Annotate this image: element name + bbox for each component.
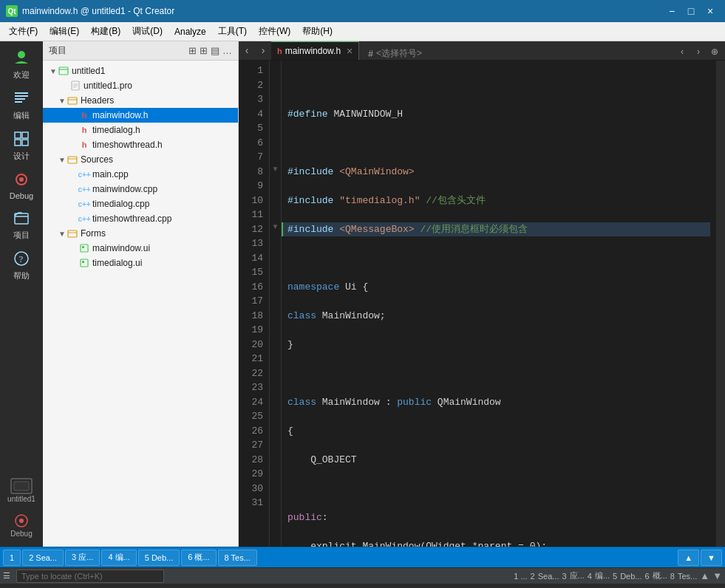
h-file-icon2: h (78, 125, 90, 135)
bottom-btn-4[interactable]: 4 编... (101, 550, 136, 566)
close-button[interactable]: × (701, 4, 719, 18)
code-content[interactable]: #define MAINWINDOW_H #include <QMainWind… (282, 61, 716, 547)
tree-mainwindow-h[interactable]: ▶ h mainwindow.h (43, 108, 238, 123)
bottom-btn-5[interactable]: 5 Deb... (138, 550, 180, 566)
tree-timedialog-cpp[interactable]: ▶ c++ timedialog.cpp (43, 196, 238, 211)
menu-help[interactable]: 帮助(H) (296, 24, 338, 39)
tab-extra-buttons: ‹ › ⊕ (672, 44, 725, 60)
bottom-btn-3[interactable]: 3 应... (65, 550, 100, 566)
status-2: 2 (531, 572, 535, 581)
bottom-btn-8[interactable]: 8 Tes... (218, 550, 257, 566)
tab-bar: ‹ › h mainwindow.h × # <选择符号> ‹ › ⊕ (239, 41, 725, 61)
tree-timedialog-h[interactable]: ▶ h timedialog.h (43, 123, 238, 137)
mainwindow-h-label: mainwindow.h (92, 110, 148, 120)
sidebar-item-welcome[interactable]: 欢迎 (1, 44, 41, 83)
status-gai: 概... (653, 570, 667, 581)
tab-extra-btn-1[interactable]: ‹ (675, 44, 690, 60)
forms-group-icon (67, 228, 78, 239)
tab-extra-btn-3[interactable]: ⊕ (707, 44, 722, 60)
sources-group-icon (67, 154, 78, 165)
tree-sources-group[interactable]: ▼ Sources (43, 152, 238, 167)
tree-forms-group[interactable]: ▼ Forms (43, 226, 238, 241)
bottom-btn-6[interactable]: 6 概... (181, 550, 216, 566)
headers-arrow: ▼ (58, 97, 67, 105)
bottom-prev-button[interactable]: ▲ (678, 550, 699, 566)
fold-12[interactable]: ▼ (270, 219, 281, 234)
tree-mainwindow-cpp[interactable]: ▶ c++ mainwindow.cpp (43, 182, 238, 196)
status-up-button[interactable]: ▲ (700, 570, 709, 581)
status-sea: Sea... (538, 572, 559, 581)
status-line-col: 1 ... (514, 572, 527, 581)
symbol-placeholder[interactable]: <选择符号> (376, 47, 422, 60)
svg-rect-1 (15, 92, 28, 94)
ui-file-icon2 (78, 258, 90, 268)
menu-controls[interactable]: 控件(W) (253, 24, 296, 39)
link-icon[interactable]: ⊞ (200, 45, 208, 56)
tree-mainwindow-ui[interactable]: ▶ mainwindow.ui (43, 241, 238, 256)
window-title: mainwindow.h @ untitled1 - Qt Creator (22, 6, 174, 16)
code-line-2: #define MAINWINDOW_H (287, 107, 710, 122)
more-icon[interactable]: … (222, 45, 232, 56)
vertical-scrollbar[interactable] (716, 61, 725, 547)
sidebar-item-design[interactable]: 设计 (1, 126, 41, 165)
symbol-hash: # (368, 49, 373, 59)
menu-file[interactable]: 文件(F) (3, 24, 44, 39)
menu-analyze[interactable]: Analyze (169, 25, 212, 38)
sidebar-bottom-untitled[interactable]: untitled1 (7, 477, 35, 503)
menu-tools[interactable]: 工具(T) (212, 24, 253, 39)
panel-title: 项目 (49, 44, 67, 57)
bottom-btn-1[interactable]: 1 (3, 550, 21, 566)
code-line-5: #include "timedialog.h" //包含头文件 (287, 194, 710, 208)
tree-timeshowthread-cpp[interactable]: ▶ c++ timeshowthread.cpp (43, 211, 238, 226)
h-file-icon3: h (78, 140, 90, 150)
svg-rect-18 (59, 67, 68, 75)
mainwindow-cpp-label: mainwindow.cpp (92, 184, 157, 194)
status-5: 5 (613, 572, 617, 581)
tree-root[interactable]: ▼ untitled1 (43, 64, 238, 78)
timedialog-h-label: timedialog.h (92, 125, 140, 135)
code-line-12: class MainWindow : public QMainWindow (287, 395, 710, 410)
bottom-next-button[interactable]: ▼ (701, 550, 722, 566)
expand-icon[interactable]: ▤ (211, 45, 219, 56)
tab-next-button[interactable]: › (255, 41, 271, 60)
sidebar-item-help[interactable]: ? 帮助 (1, 245, 41, 284)
tree-headers-group[interactable]: ▼ Headers (43, 93, 238, 108)
tab-extra-btn-2[interactable]: › (691, 44, 706, 60)
pro-icon (69, 81, 81, 91)
bottom-btn-2[interactable]: 2 Sea... (22, 550, 64, 566)
filter-icon[interactable]: ⊞ (188, 45, 197, 56)
tab-close-button[interactable]: × (347, 45, 353, 57)
edit-label: 编辑 (13, 110, 30, 121)
tree-main-cpp[interactable]: ▶ c++ main.cpp (43, 167, 238, 182)
svg-rect-20 (68, 98, 77, 104)
status-down-button[interactable]: ▼ (712, 570, 722, 581)
sidebar-item-debug[interactable]: Debug (1, 166, 41, 203)
sidebar-item-edit[interactable]: 编辑 (1, 85, 41, 124)
welcome-icon (11, 47, 32, 68)
status-right: 1 ... 2 Sea... 3 应... 4 编... 5 Deb... 6 … (514, 570, 722, 581)
maximize-button[interactable]: □ (682, 4, 700, 18)
welcome-label: 欢迎 (13, 69, 30, 81)
headers-group-icon (67, 95, 78, 106)
tree-timedialog-ui[interactable]: ▶ timedialog.ui (43, 256, 238, 270)
cpp-file-icon4: c++ (78, 213, 90, 224)
minimize-button[interactable]: − (663, 4, 681, 18)
menu-debug[interactable]: 调试(D) (126, 24, 169, 39)
status-6: 6 (645, 572, 650, 581)
tree-timeshowthread-h[interactable]: ▶ h timeshowthread.h (43, 137, 238, 152)
sidebar-bottom-debug[interactable]: Debug (10, 512, 33, 538)
status-deb: Deb... (620, 572, 641, 581)
sidebar-item-project[interactable]: 项目 (1, 205, 41, 244)
code-line-1 (287, 78, 710, 93)
editor-tab-mainwindow-h[interactable]: h mainwindow.h × (271, 41, 359, 60)
svg-text:?: ? (19, 253, 24, 264)
svg-rect-7 (15, 140, 21, 146)
tab-prev-button[interactable]: ‹ (239, 41, 255, 60)
fold-8[interactable]: ▼ (270, 162, 281, 177)
tree-pro-file[interactable]: ▶ untitled1.pro (43, 78, 238, 93)
locate-search-input[interactable] (16, 570, 164, 583)
menu-build[interactable]: 构建(B) (85, 24, 126, 39)
menu-edit[interactable]: 编辑(E) (44, 24, 85, 39)
editor-area: ‹ › h mainwindow.h × # <选择符号> ‹ › ⊕ 1234… (239, 41, 725, 547)
main-layout: 欢迎 编辑 设计 Debug 项目 ? (0, 41, 725, 547)
